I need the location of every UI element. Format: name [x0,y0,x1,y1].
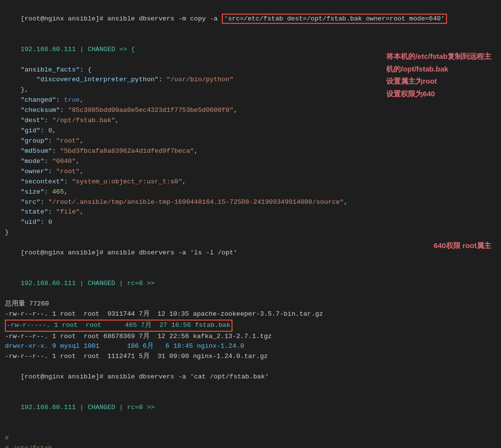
file-line-zookeeper: -rw-r--r--. 1 root root 9311744 7月 12 10… [5,309,496,320]
copy-command-highlight: 'src=/etc/fstab dest=/opt/fstab.bak owne… [222,14,447,24]
json-line-11: "owner": "root", [5,167,496,177]
changed-status-3: 192.168.60.111 | CHANGED | rc=0 >> [20,404,154,411]
json-line-8: "group": "root", [5,136,496,146]
annotation-copy-explanation: 将本机的/etc/fstab复制到远程主 机的/opt/fstab.bak 设置… [386,50,491,100]
changed-status-2: 192.168.60.111 | CHANGED | rc=0 >> [20,280,154,287]
total-line: 总用量 77260 [5,299,496,309]
terminal-window: [root@nginx ansible]# ansible dbservers … [0,0,501,448]
command-line-2: [root@nginx ansible]# ansible dbservers … [5,238,496,269]
dir-line-nginx: drwxr-xr-x. 9 mysql 1001 186 6月 6 18:45 … [5,341,496,352]
json-line-5: "checksum": "85c3085bdd09aa0e5ec4323d1f7… [5,106,496,116]
file-line-nginx-tar: -rw-r--r--. 1 root root 1112471 5月 31 09… [5,352,496,362]
json-line-15: "state": "file", [5,207,496,217]
prompt-3: [root@nginx ansible]# ansible dbservers … [20,373,268,380]
command-line-1: [root@nginx ansible]# ansible dbservers … [5,4,496,35]
json-line-7: "gid": 0, [5,126,496,136]
fstab-highlight-box: -rw-r-----. 1 root root 465 7月 27 16:56 … [5,320,233,332]
json-line-9: "md5sum": "5bd3fbcafa8a83962a4d1dfed9f7b… [5,146,496,157]
json-line-14: "src": "/root/.ansible/tmp/ansible-tmp-1… [5,197,496,208]
json-close: } [5,228,496,238]
prompt-2: [root@nginx ansible]# ansible dbservers … [20,249,237,256]
command-line-3: [root@nginx ansible]# ansible dbservers … [5,362,496,393]
json-line-16: "uid": 0 [5,217,496,228]
file-line-kafka: -rw-r--r--. 1 root root 68678369 7月 12 2… [5,332,496,342]
annotation-permission-explanation: 640权限 root属主 [434,239,491,252]
json-line-6: "dest": "/opt/fstab.bak", [5,116,496,126]
prompt-1: [root@nginx ansible]# ansible dbservers … [20,15,221,22]
empty-line [5,423,496,433]
json-line-12: "secontext": "system_u:object_r:usr_t:s0… [5,177,496,187]
changed-line-2: 192.168.60.111 | CHANGED | rc=0 >> [5,269,496,299]
fstab-comment-1: # [5,433,496,444]
changed-status-1: 192.168.60.111 | CHANGED => { [20,46,135,53]
changed-line-3: 192.168.60.111 | CHANGED | rc=0 >> [5,393,496,423]
json-line-13: "size": 465, [5,187,496,197]
fstab-comment-2: # /etc/fstab [5,444,496,448]
file-line-fstab: -rw-r-----. 1 root root 465 7月 27 16:56 … [5,320,496,332]
json-line-10: "mode": "0640", [5,157,496,167]
